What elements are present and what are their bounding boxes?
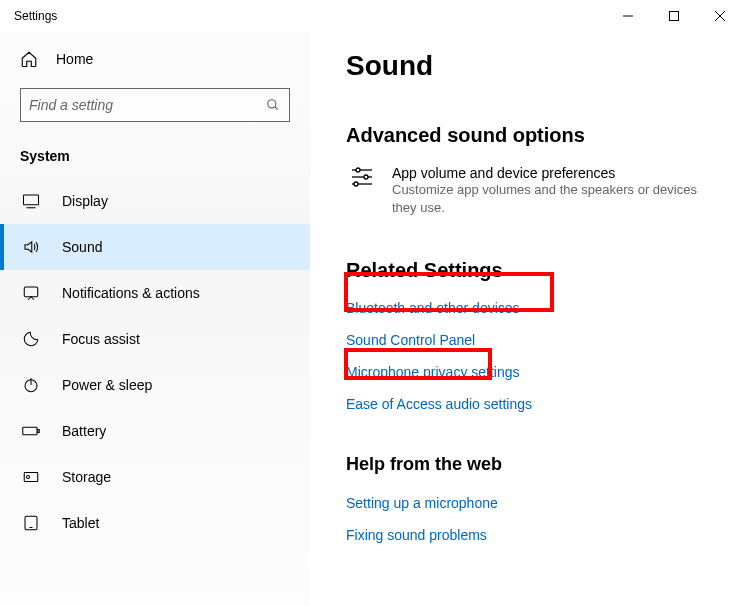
sidebar-item-label: Power & sleep (62, 377, 152, 393)
search-input[interactable] (29, 97, 265, 113)
svg-rect-12 (38, 430, 40, 433)
related-heading: Related Settings (346, 259, 743, 282)
advanced-item[interactable]: App volume and device preferences Custom… (346, 165, 743, 217)
storage-icon (22, 468, 40, 486)
sidebar-item-label: Battery (62, 423, 106, 439)
sidebar-item-label: Tablet (62, 515, 99, 531)
sidebar-item-power-sleep[interactable]: Power & sleep (0, 362, 310, 408)
search-icon (265, 97, 281, 113)
window-controls (605, 0, 743, 32)
link-microphone-privacy[interactable]: Microphone privacy settings (346, 356, 743, 388)
sidebar-item-label: Sound (62, 239, 102, 255)
svg-rect-11 (23, 427, 37, 435)
sidebar-item-label: Storage (62, 469, 111, 485)
notifications-icon (22, 284, 40, 302)
svg-line-5 (275, 107, 278, 110)
advanced-heading: Advanced sound options (346, 124, 743, 147)
sidebar-item-storage[interactable]: Storage (0, 454, 310, 500)
sound-icon (22, 238, 40, 256)
page-title: Sound (346, 50, 743, 82)
battery-icon (22, 422, 40, 440)
close-button[interactable] (697, 0, 743, 32)
link-ease-of-access-audio[interactable]: Ease of Access audio settings (346, 388, 743, 420)
sidebar-item-tablet[interactable]: Tablet (0, 500, 310, 546)
sidebar-item-label: Display (62, 193, 108, 209)
sidebar-item-notifications[interactable]: Notifications & actions (0, 270, 310, 316)
link-setup-microphone[interactable]: Setting up a microphone (346, 487, 743, 519)
content: Sound Advanced sound options App volume … (310, 32, 743, 606)
advanced-item-desc: Customize app volumes and the speakers o… (392, 181, 723, 217)
display-icon (22, 192, 40, 210)
sidebar-group-header: System (0, 140, 310, 178)
titlebar: Settings (0, 0, 743, 32)
svg-rect-6 (24, 195, 39, 205)
window-title: Settings (14, 9, 57, 23)
link-bluetooth[interactable]: Bluetooth and other devices (346, 292, 743, 324)
power-icon (22, 376, 40, 394)
minimize-icon (623, 11, 633, 21)
sidebar-item-label: Focus assist (62, 331, 140, 347)
link-sound-control-panel[interactable]: Sound Control Panel (346, 324, 743, 356)
tablet-icon (22, 514, 40, 532)
help-heading: Help from the web (346, 454, 743, 475)
home-icon (20, 50, 38, 68)
advanced-item-title: App volume and device preferences (392, 165, 723, 181)
svg-rect-8 (24, 287, 38, 297)
svg-point-14 (27, 476, 30, 479)
close-icon (715, 11, 725, 21)
maximize-button[interactable] (651, 0, 697, 32)
search-box[interactable] (20, 88, 290, 122)
sidebar-item-focus-assist[interactable]: Focus assist (0, 316, 310, 362)
minimize-button[interactable] (605, 0, 651, 32)
home-label: Home (56, 51, 93, 67)
main: Home System Display Sound Notifications … (0, 32, 743, 606)
svg-rect-1 (670, 12, 679, 21)
sidebar-item-label: Notifications & actions (62, 285, 200, 301)
svg-point-4 (268, 100, 276, 108)
focus-icon (22, 330, 40, 348)
link-fix-sound-problems[interactable]: Fixing sound problems (346, 519, 743, 551)
sidebar: Home System Display Sound Notifications … (0, 32, 310, 606)
sidebar-item-sound[interactable]: Sound (0, 224, 310, 270)
sidebar-item-display[interactable]: Display (0, 178, 310, 224)
home-button[interactable]: Home (0, 40, 310, 78)
svg-point-18 (356, 168, 360, 172)
maximize-icon (669, 11, 679, 21)
sidebar-item-battery[interactable]: Battery (0, 408, 310, 454)
svg-point-20 (364, 175, 368, 179)
svg-point-22 (354, 182, 358, 186)
sliders-icon (346, 165, 378, 217)
advanced-item-text: App volume and device preferences Custom… (392, 165, 743, 217)
